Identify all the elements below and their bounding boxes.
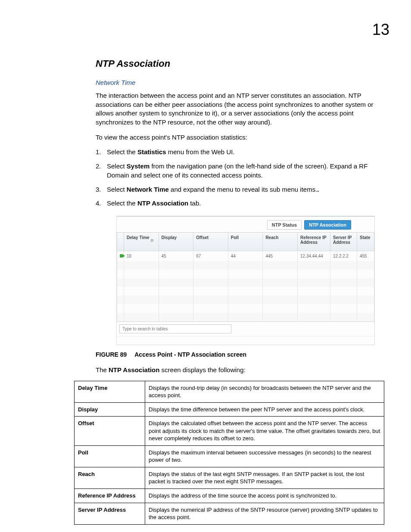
table-row (117, 261, 374, 270)
figure-caption: FIGURE 89 Access Point - NTP Association… (96, 351, 385, 358)
definition-row: Server IP AddressDisplays the numerical … (75, 503, 384, 524)
search-row (117, 321, 374, 336)
col-header[interactable]: Display (159, 232, 193, 251)
step-item: 2.Select System from the navigation pane… (96, 162, 385, 180)
sort-icon[interactable]: ⊙ (150, 238, 154, 243)
step-item: 1.Select the Statistics menu from the We… (96, 148, 385, 157)
def-desc: Displays the round-trip delay (in second… (145, 381, 384, 402)
col-header[interactable]: Offset (193, 232, 228, 251)
col-header[interactable]: Server IP Address (330, 232, 357, 251)
step-bold: Network Time (127, 186, 169, 193)
col-header[interactable]: Delay Time⊙ (124, 232, 159, 251)
def-term: Poll (75, 445, 145, 467)
definition-row: OffsetDisplays the calculated offset bet… (75, 417, 384, 446)
def-desc: Displays the maximum interval between su… (145, 445, 384, 467)
data-grid: Delay Time⊙ Display Offset Poll Reach Re… (117, 232, 374, 321)
section-heading: NTP Association (96, 58, 385, 69)
status-cell (117, 251, 124, 261)
lead-in-paragraph: To view the access point's NTP associati… (96, 133, 385, 142)
step-post: menu from the Web UI. (166, 148, 235, 156)
status-col-header[interactable] (117, 232, 124, 251)
cell: 10 (124, 251, 159, 261)
def-term: Reference IP Address (75, 489, 145, 503)
step-bold: NTP Association (137, 199, 188, 207)
text-bold: NTP Association (109, 366, 159, 373)
definition-row: Reference IP AddressDisplays the address… (75, 489, 384, 503)
definition-table: Delay TimeDisplays the round-trip delay … (74, 381, 384, 525)
definition-row: DisplayDisplays the time difference betw… (75, 402, 384, 417)
cell: 67 (193, 251, 228, 261)
tab-ntp-status[interactable]: NTP Status (267, 220, 302, 230)
table-row (117, 278, 374, 287)
step-pre: Select the (107, 199, 137, 207)
def-desc: Displays the calculated offset between t… (145, 417, 384, 446)
after-figure-paragraph: The NTP Association screen displays the … (96, 366, 385, 375)
step-pre: Select the (107, 148, 137, 156)
text: screen displays the following: (159, 366, 245, 373)
text: The (96, 366, 109, 373)
step-post: tab. (188, 199, 201, 207)
def-term: Server IP Address (75, 503, 145, 524)
cell: 12.34.44.44 (298, 251, 330, 261)
table-row (117, 313, 374, 321)
step-item: 3.Select Network Time and expand the men… (96, 185, 385, 194)
tab-ntp-association[interactable]: NTP Association (304, 220, 351, 230)
screenshot-figure: NTP Status NTP Association Delay Time⊙ D… (116, 216, 385, 345)
def-term: Delay Time (75, 381, 145, 402)
figure-label: FIGURE 89 (96, 351, 127, 358)
step-bold: Statistics (137, 148, 166, 156)
step-item: 4.Select the NTP Association tab. (96, 199, 385, 208)
definition-row: ReachDisplays the status of the last eig… (75, 467, 384, 488)
table-row (117, 296, 374, 304)
cell: 445 (263, 251, 298, 261)
panel-footer (117, 336, 374, 345)
def-desc: Displays the status of the last eight SN… (145, 467, 384, 488)
definition-row: PollDisplays the maximum interval betwee… (75, 445, 384, 467)
steps-list: 1.Select the Statistics menu from the We… (96, 148, 385, 208)
table-row (117, 304, 374, 313)
definition-row: Delay TimeDisplays the round-trip delay … (75, 381, 384, 402)
page-number: 13 (372, 21, 389, 39)
col-header[interactable]: State (357, 232, 374, 251)
step-pre: Select (107, 162, 127, 170)
def-desc: Displays the time difference between the… (145, 402, 384, 417)
table-row (117, 270, 374, 278)
table-row[interactable]: 10 45 67 44 445 12.34.44.44 12.2.2.2 455 (117, 251, 374, 261)
step-post: and expand the menu to reveal its sub me… (169, 186, 317, 193)
tab-bar: NTP Status NTP Association (117, 217, 374, 232)
page-content: NTP Association Network Time The interac… (0, 0, 411, 525)
step-pre: Select (107, 186, 127, 193)
col-header[interactable]: Reach (263, 232, 298, 251)
def-term: Reach (75, 467, 145, 488)
grid-header-row: Delay Time⊙ Display Offset Poll Reach Re… (117, 232, 374, 251)
step-bold: System (127, 162, 149, 170)
table-search-input[interactable] (119, 324, 231, 333)
def-term: Display (75, 402, 145, 417)
table-row (117, 287, 374, 296)
col-header[interactable]: Reference IP Address (298, 232, 330, 251)
breadcrumb-link[interactable]: Network Time (96, 79, 385, 86)
def-desc: Displays the numerical IP address of the… (145, 503, 384, 524)
intro-paragraph: The interaction between the access point… (96, 91, 385, 127)
col-header[interactable]: Poll (228, 232, 263, 251)
app-panel: NTP Status NTP Association Delay Time⊙ D… (116, 216, 375, 345)
def-term: Offset (75, 417, 145, 446)
cell: 45 (159, 251, 193, 261)
figure-title: Access Point - NTP Association screen (134, 351, 246, 358)
cell: 44 (228, 251, 263, 261)
def-desc: Displays the address of the time source … (145, 489, 384, 503)
cell: 12.2.2.2 (330, 251, 357, 261)
status-icon (120, 254, 123, 258)
cell: 455 (357, 251, 374, 261)
